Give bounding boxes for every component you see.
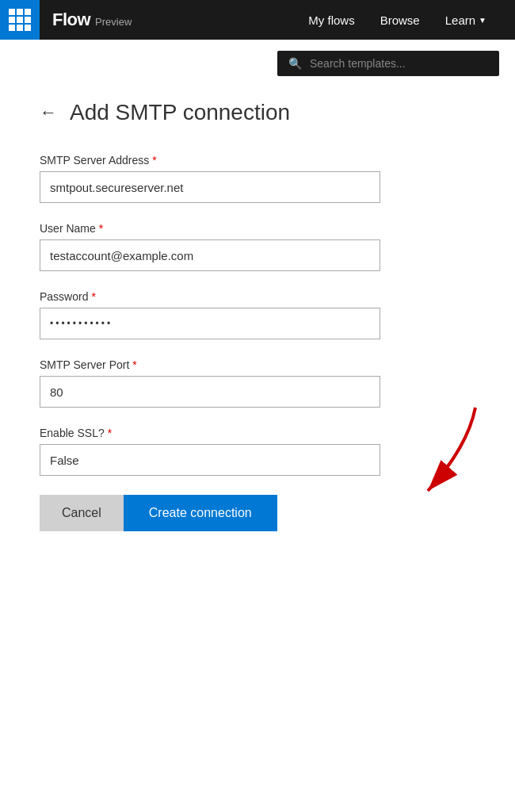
user-name-group: User Name *	[40, 222, 475, 271]
brand-preview-text: Preview	[95, 16, 132, 28]
back-button[interactable]: ←	[40, 102, 57, 123]
required-star-2: *	[91, 290, 95, 303]
learn-link[interactable]: Learn ▼	[433, 0, 499, 40]
enable-ssl-input[interactable]	[40, 444, 380, 476]
navbar-links: My flows Browse Learn ▼	[296, 0, 515, 40]
enable-ssl-label: Enable SSL? *	[40, 427, 475, 439]
main-content: ← Add SMTP connection SMTP Server Addres…	[0, 84, 515, 563]
brand: Flow Preview	[40, 10, 144, 30]
create-connection-button[interactable]: Create connection	[124, 495, 277, 531]
required-star-1: *	[99, 222, 103, 235]
password-label: Password *	[40, 290, 475, 303]
cancel-button[interactable]: Cancel	[40, 495, 124, 531]
page-title: Add SMTP connection	[70, 100, 290, 125]
logo-area[interactable]	[0, 0, 40, 40]
button-row: Cancel Create connection	[40, 495, 475, 531]
chevron-down-icon: ▼	[479, 16, 486, 25]
smtp-server-port-input[interactable]	[40, 376, 380, 408]
smtp-server-address-label: SMTP Server Address *	[40, 154, 475, 167]
required-star-0: *	[152, 154, 156, 167]
required-star-3: *	[132, 358, 136, 371]
annotation-area: Cancel Create connection	[40, 495, 475, 531]
my-flows-link[interactable]: My flows	[296, 0, 367, 40]
search-input[interactable]	[310, 57, 488, 70]
waffle-icon	[9, 9, 31, 31]
user-name-input[interactable]	[40, 239, 380, 271]
password-group: Password *	[40, 290, 475, 339]
smtp-server-port-group: SMTP Server Port *	[40, 358, 475, 408]
brand-flow-text: Flow	[52, 10, 90, 30]
user-name-label: User Name *	[40, 222, 475, 235]
page-header: ← Add SMTP connection	[40, 100, 475, 125]
navbar: Flow Preview My flows Browse Learn ▼	[0, 0, 515, 40]
password-input[interactable]	[40, 308, 380, 339]
smtp-server-address-input[interactable]	[40, 171, 380, 203]
enable-ssl-group: Enable SSL? *	[40, 427, 475, 476]
browse-link[interactable]: Browse	[368, 0, 433, 40]
search-container: 🔍	[0, 40, 515, 84]
search-icon: 🔍	[288, 57, 302, 70]
required-star-4: *	[108, 427, 112, 439]
smtp-form: SMTP Server Address * User Name * Passwo…	[40, 154, 475, 531]
smtp-server-port-label: SMTP Server Port *	[40, 358, 475, 371]
smtp-server-address-group: SMTP Server Address *	[40, 154, 475, 203]
search-box: 🔍	[277, 51, 499, 76]
